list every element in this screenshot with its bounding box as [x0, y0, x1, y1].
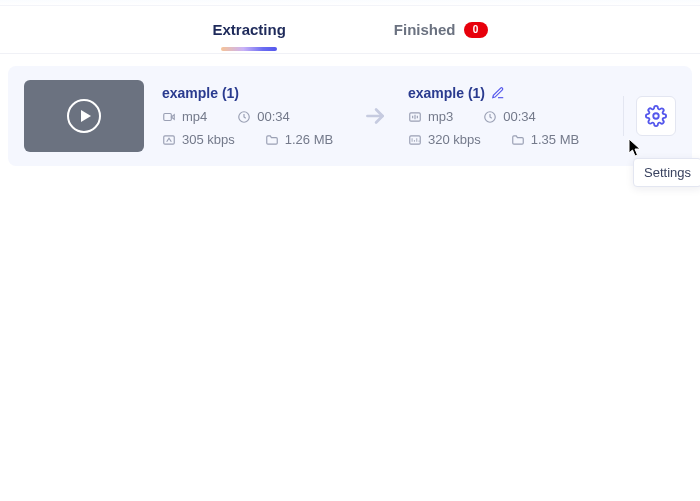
active-tab-underline	[221, 47, 277, 51]
svg-rect-5	[410, 135, 421, 143]
target-filename-row: example (1)	[408, 85, 588, 101]
bitrate-icon	[408, 133, 422, 147]
source-bitrate-value: 305 kbps	[182, 132, 235, 147]
video-icon	[162, 110, 176, 124]
svg-point-6	[653, 113, 659, 119]
source-format: mp4	[162, 109, 207, 124]
arrow-divider	[342, 103, 408, 129]
clock-icon	[483, 110, 497, 124]
source-duration-value: 00:34	[257, 109, 290, 124]
source-bitrate: 305 kbps	[162, 132, 235, 147]
tab-finished-label: Finished	[394, 21, 456, 38]
svg-rect-0	[164, 113, 172, 120]
target-bitrate-value: 320 kbps	[428, 132, 481, 147]
divider	[623, 96, 624, 136]
video-thumbnail[interactable]	[24, 80, 144, 152]
gear-icon	[645, 105, 667, 127]
tab-bar: Extracting Finished 0	[0, 6, 700, 54]
folder-icon	[265, 133, 279, 147]
source-info: example (1) mp4 00:34 305 kbps 1.26 MB	[162, 85, 342, 147]
settings-tooltip: Settings	[633, 158, 700, 187]
target-bitrate: 320 kbps	[408, 132, 481, 147]
target-info: example (1) mp3 00:34 320 kbps 1.35 MB	[408, 85, 588, 147]
source-filename: example (1)	[162, 85, 342, 101]
edit-icon[interactable]	[491, 86, 505, 100]
play-icon	[67, 99, 101, 133]
target-size-value: 1.35 MB	[531, 132, 579, 147]
source-format-value: mp4	[182, 109, 207, 124]
finished-count-badge: 0	[464, 22, 488, 38]
item-actions	[623, 96, 676, 136]
target-format: mp3	[408, 109, 453, 124]
tab-extracting-label: Extracting	[212, 21, 285, 38]
settings-button[interactable]	[636, 96, 676, 136]
target-size: 1.35 MB	[511, 132, 579, 147]
folder-icon	[511, 133, 525, 147]
target-filename: example (1)	[408, 85, 485, 101]
svg-rect-2	[164, 135, 175, 143]
target-format-value: mp3	[428, 109, 453, 124]
source-size-value: 1.26 MB	[285, 132, 333, 147]
source-size: 1.26 MB	[265, 132, 333, 147]
tab-finished[interactable]: Finished 0	[390, 9, 492, 50]
conversion-item: example (1) mp4 00:34 305 kbps 1.26 MB	[8, 66, 692, 166]
audio-icon	[408, 110, 422, 124]
clock-icon	[237, 110, 251, 124]
target-duration-value: 00:34	[503, 109, 536, 124]
source-duration: 00:34	[237, 109, 290, 124]
arrow-right-icon	[362, 103, 388, 129]
tab-extracting[interactable]: Extracting	[208, 9, 289, 50]
gauge-icon	[162, 133, 176, 147]
target-duration: 00:34	[483, 109, 536, 124]
